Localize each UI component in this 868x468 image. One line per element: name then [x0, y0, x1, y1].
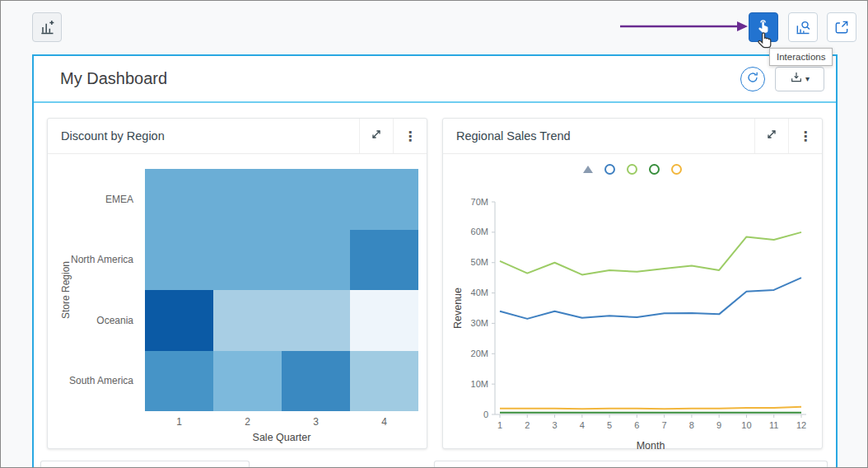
axis-label: 10M: [471, 379, 488, 389]
export-button[interactable]: ▾: [775, 67, 824, 91]
card-title: Discount by Region: [48, 129, 165, 143]
axis-label: 3: [552, 420, 557, 430]
axis-label: 4: [580, 420, 585, 430]
dashboard-panel: My Dashboard ▾: [32, 54, 838, 468]
heatmap-cell[interactable]: [213, 169, 282, 230]
axis-label: 2: [525, 420, 530, 430]
dashboard-header: My Dashboard ▾: [34, 56, 836, 103]
legend-marker-icon[interactable]: [604, 164, 615, 175]
axis-label: 11: [769, 420, 778, 430]
refresh-icon: [746, 71, 759, 87]
kebab-menu-icon: ⋮: [799, 129, 812, 144]
card-menu-button[interactable]: ⋮: [788, 119, 822, 153]
card-title: Regional Sales Trend: [443, 129, 571, 143]
x-tick-label: 4: [350, 416, 418, 428]
axis-label: 70M: [471, 197, 488, 207]
next-row-card-partial: [40, 461, 250, 468]
legend-marker-icon[interactable]: [671, 164, 682, 175]
kebab-menu-icon: ⋮: [404, 129, 417, 144]
expand-button[interactable]: [754, 119, 788, 153]
line-legend: [443, 164, 822, 175]
line-chart-svg[interactable]: 010M20M30M40M50M60M70M123456789101112Mon…: [450, 190, 816, 456]
axis-label: 8: [689, 420, 694, 430]
axis-label: 7: [662, 420, 667, 430]
chart-magnifier-icon: [795, 19, 811, 35]
heatmap-cell[interactable]: [145, 230, 213, 291]
expand-button[interactable]: [359, 119, 393, 153]
heatmap-cell[interactable]: [213, 290, 282, 351]
axis-label: 5: [607, 420, 612, 430]
heatmap-cell[interactable]: [145, 351, 213, 412]
legend-marker-icon[interactable]: [627, 164, 637, 175]
axis-label: 1: [497, 420, 502, 430]
heatmap-y-ticks: EMEANorth AmericaOceaniaSouth America: [48, 169, 143, 411]
line-series-light-green[interactable]: [500, 232, 801, 275]
axis-label: Revenue: [452, 288, 464, 329]
axis-label: 9: [716, 420, 721, 430]
y-tick-label: Oceania: [48, 290, 143, 351]
axis-label: 20M: [471, 349, 488, 358]
next-row-card-partial: [434, 461, 828, 468]
heatmap-cell[interactable]: [213, 351, 282, 412]
legend-marker-icon[interactable]: [649, 164, 660, 175]
y-tick-label: EMEA: [48, 169, 143, 230]
tooltip: Interactions: [769, 48, 833, 66]
x-tick-label: 3: [282, 416, 350, 428]
heatmap-cell[interactable]: [282, 230, 350, 291]
add-chart-icon: [39, 19, 55, 35]
card-header: Discount by Region ⋮: [48, 119, 427, 154]
x-tick-label: 1: [145, 416, 213, 428]
heatmap-cell[interactable]: [350, 169, 418, 230]
cursor-pointer-icon: [756, 31, 774, 51]
maximize-button[interactable]: [827, 12, 856, 42]
refresh-button[interactable]: [740, 67, 765, 91]
y-tick-label: South America: [48, 351, 143, 412]
chart-zoom-button[interactable]: [788, 12, 818, 42]
page-title: My Dashboard: [60, 69, 167, 88]
line-series-orange[interactable]: [500, 407, 801, 410]
card-tools: ⋮: [359, 119, 427, 153]
axis-label: 50M: [471, 257, 488, 267]
heatmap-cell[interactable]: [350, 351, 418, 412]
export-icon: [790, 71, 803, 87]
heatmap-cell[interactable]: [213, 230, 282, 291]
heatmap-cell[interactable]: [282, 351, 350, 412]
axis-label: 30M: [471, 318, 488, 328]
heatmap-cell[interactable]: [350, 290, 418, 351]
legend-triangle-icon[interactable]: [583, 166, 593, 173]
heatmap-x-ticks: 1234: [145, 416, 418, 428]
axis-label: 60M: [471, 227, 488, 236]
dashboard-actions: ▾: [740, 67, 824, 91]
maximize-icon: [833, 19, 850, 35]
axis-label: 40M: [471, 288, 488, 297]
chevron-down-icon: ▾: [805, 75, 810, 83]
annotation-arrow: [618, 21, 749, 32]
axis-label: 12: [796, 420, 806, 430]
heatmap-x-axis-title: Sale Quarter: [145, 432, 418, 443]
heatmap-cell[interactable]: [282, 169, 350, 230]
expand-icon: [370, 128, 383, 144]
cards-row: Discount by Region ⋮ Store Regi: [34, 103, 836, 449]
x-tick-label: 2: [213, 416, 282, 428]
axis-label: Month: [637, 440, 665, 452]
axis-label: 10: [741, 420, 751, 430]
line-series-blue[interactable]: [500, 278, 801, 319]
heatmap-chart[interactable]: Store Region EMEANorth AmericaOceaniaSou…: [48, 154, 427, 448]
add-chart-button[interactable]: [32, 12, 62, 42]
heatmap-cell[interactable]: [145, 290, 213, 351]
axis-label: 0: [483, 410, 488, 419]
card-regional-sales-trend: Regional Sales Trend ⋮: [442, 118, 823, 449]
card-tools: ⋮: [754, 119, 822, 153]
axis-label: 6: [634, 420, 639, 430]
line-chart[interactable]: 010M20M30M40M50M60M70M123456789101112Mon…: [443, 154, 822, 448]
card-discount-by-region: Discount by Region ⋮ Store Regi: [47, 118, 427, 449]
card-menu-button[interactable]: ⋮: [393, 119, 427, 153]
expand-icon: [765, 128, 778, 144]
heatmap-cell[interactable]: [282, 290, 350, 351]
heatmap-grid: [145, 169, 418, 411]
card-header: Regional Sales Trend ⋮: [443, 119, 822, 154]
heatmap-cell[interactable]: [350, 230, 418, 291]
heatmap-cell[interactable]: [145, 169, 213, 230]
y-tick-label: North America: [48, 230, 143, 291]
